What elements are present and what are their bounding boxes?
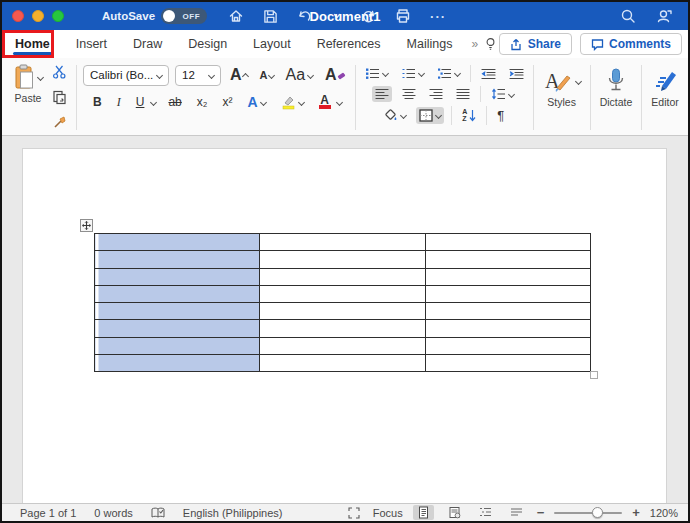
table-cell[interactable]	[425, 303, 590, 320]
change-case-button[interactable]: Aa	[283, 64, 317, 86]
web-layout-view-icon[interactable]	[444, 505, 465, 520]
numbering-button[interactable]	[398, 65, 427, 82]
font-color-button[interactable]: A	[316, 93, 334, 111]
copy-icon[interactable]	[49, 88, 70, 107]
subscript-button[interactable]: x₂	[194, 93, 211, 111]
table-cell[interactable]	[425, 285, 590, 302]
page-count[interactable]: Page 1 of 1	[20, 507, 76, 519]
tab-references[interactable]: References	[304, 30, 394, 58]
language-selector[interactable]: English (Philippines)	[183, 507, 283, 519]
font-name-combobox[interactable]: Calibri (Bo...	[83, 65, 169, 86]
clear-formatting-button[interactable]: A	[322, 64, 349, 86]
borders-button[interactable]	[416, 107, 444, 124]
draft-view-icon[interactable]	[506, 506, 527, 519]
spellcheck-icon[interactable]	[151, 507, 165, 519]
share-button[interactable]: Share	[499, 33, 572, 55]
comments-button[interactable]: Comments	[580, 33, 682, 55]
table-cell[interactable]	[95, 251, 260, 268]
table-cell[interactable]	[95, 354, 260, 371]
underline-button[interactable]: U	[133, 93, 148, 111]
autosave-toggle[interactable]: OFF	[161, 8, 207, 24]
focus-expand-icon[interactable]	[345, 505, 363, 521]
table-cell[interactable]	[95, 337, 260, 354]
table-cell[interactable]	[260, 251, 425, 268]
zoom-level[interactable]: 120%	[650, 507, 678, 519]
search-icon[interactable]	[617, 6, 639, 26]
align-left-button[interactable]	[372, 86, 392, 102]
shading-button[interactable]	[381, 107, 409, 124]
table-cell[interactable]	[425, 251, 590, 268]
dictate-button[interactable]: Dictate	[597, 66, 636, 110]
underline-chevron-icon[interactable]	[150, 98, 157, 105]
more-commands-icon[interactable]: ···	[427, 7, 449, 26]
table-cell[interactable]	[260, 268, 425, 285]
strikethrough-button[interactable]: ab	[165, 93, 184, 111]
document-table[interactable]	[94, 233, 591, 372]
table-cell[interactable]	[260, 285, 425, 302]
multilevel-list-button[interactable]	[434, 65, 463, 82]
show-paragraph-marks-button[interactable]: ¶	[494, 106, 507, 125]
table-cell[interactable]	[260, 303, 425, 320]
account-person-icon[interactable]	[653, 6, 676, 26]
editor-button[interactable]: Editor	[648, 66, 681, 110]
table-cell[interactable]	[260, 234, 425, 251]
styles-button[interactable]: A Styles	[540, 66, 584, 110]
close-button[interactable]	[12, 10, 24, 22]
zoom-slider[interactable]	[554, 512, 622, 514]
font-color-chevron-icon[interactable]	[336, 98, 343, 105]
table-cell[interactable]	[260, 320, 425, 337]
tab-home[interactable]: Home	[2, 30, 63, 58]
print-icon[interactable]	[392, 6, 414, 26]
tab-insert[interactable]: Insert	[63, 30, 120, 58]
table-cell[interactable]	[95, 234, 260, 251]
increase-indent-button[interactable]	[506, 66, 527, 82]
outline-view-icon[interactable]	[475, 506, 496, 519]
tab-mailings[interactable]: Mailings	[394, 30, 466, 58]
sort-button[interactable]: A Z	[459, 107, 479, 124]
bullets-button[interactable]	[362, 65, 391, 82]
table-cell[interactable]	[425, 234, 590, 251]
zoom-in-button[interactable]: +	[632, 505, 640, 520]
justify-button[interactable]	[453, 86, 473, 102]
zoom-slider-thumb[interactable]	[592, 507, 603, 518]
table-resize-handle[interactable]	[590, 371, 598, 379]
table-cell[interactable]	[425, 268, 590, 285]
table-cell[interactable]	[260, 337, 425, 354]
minimize-button[interactable]	[32, 10, 44, 22]
tab-layout[interactable]: Layout	[240, 30, 304, 58]
focus-label[interactable]: Focus	[373, 507, 403, 519]
decrease-indent-button[interactable]	[478, 66, 499, 82]
zoom-out-button[interactable]: −	[537, 505, 545, 520]
print-layout-view-icon[interactable]	[413, 505, 434, 520]
tab-design[interactable]: Design	[175, 30, 240, 58]
superscript-button[interactable]: x²	[219, 93, 235, 111]
table-cell[interactable]	[260, 354, 425, 371]
line-spacing-button[interactable]	[488, 86, 517, 102]
highlight-button[interactable]	[278, 93, 307, 112]
home-nav-icon[interactable]	[225, 6, 247, 26]
bold-button[interactable]: B	[90, 93, 105, 111]
format-painter-icon[interactable]	[49, 113, 70, 132]
italic-button[interactable]: I	[114, 93, 124, 112]
maximize-button[interactable]	[52, 10, 64, 22]
table-cell[interactable]	[95, 268, 260, 285]
table-cell[interactable]	[425, 337, 590, 354]
document-page[interactable]	[22, 148, 667, 503]
table-cell[interactable]	[95, 320, 260, 337]
tab-draw[interactable]: Draw	[120, 30, 175, 58]
table-cell[interactable]	[95, 303, 260, 320]
align-center-button[interactable]	[399, 86, 419, 102]
paste-button[interactable]: Paste	[10, 62, 46, 106]
font-size-combobox[interactable]: 12	[175, 65, 221, 86]
table-cell[interactable]	[95, 285, 260, 302]
grow-font-button[interactable]: A	[227, 64, 251, 86]
shrink-font-button[interactable]: A	[257, 67, 277, 83]
save-icon[interactable]	[260, 7, 281, 26]
table-cell[interactable]	[425, 320, 590, 337]
table-cell[interactable]	[425, 354, 590, 371]
align-right-button[interactable]	[426, 86, 446, 102]
tab-overflow-chevron-icon[interactable]: »	[471, 37, 478, 51]
word-count[interactable]: 0 words	[94, 507, 133, 519]
text-effects-button[interactable]: A	[244, 92, 268, 112]
table-move-handle[interactable]	[80, 219, 93, 232]
